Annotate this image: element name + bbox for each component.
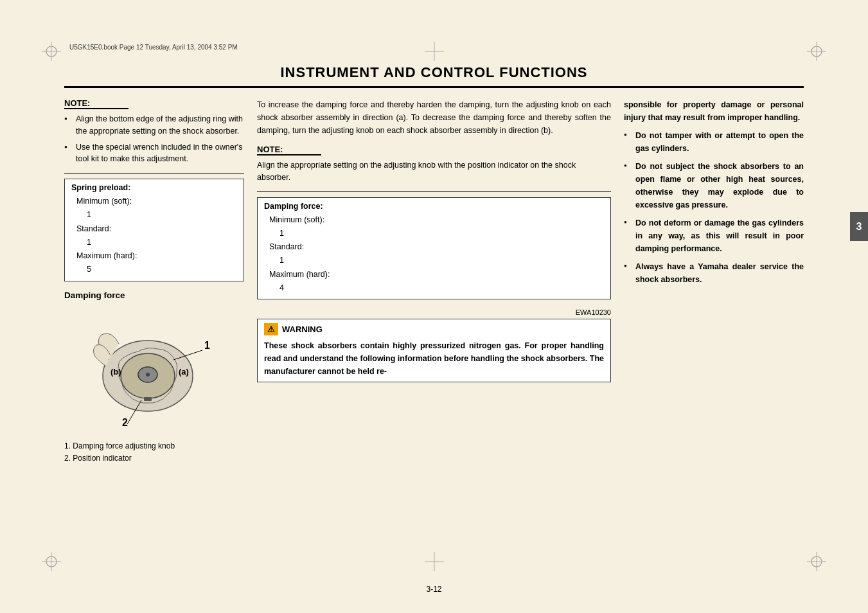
svg-text:(a): (a) [179,367,189,377]
right-bullet-4: Always have a Yamaha dealer service the … [624,260,804,286]
body-text-1: To increase the damping force and thereb… [257,98,611,137]
right-bullets: Do not tamper with or attempt to open th… [624,129,804,286]
chapter-tab: 3 [850,212,868,241]
warning-text: These shock absorbers contain highly pre… [264,339,604,378]
note-section-left: NOTE: Align the bottom edge of the adjus… [64,98,244,165]
spring-preload-content: Minimum (soft): 1 Standard: 1 Maximum (h… [71,195,237,277]
warning-icon: ⚠ [264,323,278,335]
corner-mark-bl [39,549,64,574]
right-bullet-1: Do not tamper with or attempt to open th… [624,129,804,155]
note-text-mid: Align the appropriate setting on the adj… [257,159,611,184]
damp-min-label: Minimum (soft): [269,213,604,227]
page-container: U5GK15E0.book Page 12 Tuesday, April 13,… [0,0,868,613]
corner-mark-tl [39,39,64,64]
spring-std-label: Standard: [76,222,237,236]
divider-1 [64,173,244,173]
svg-text:2: 2 [122,417,128,428]
note-content-left: Align the bottom edge of the adjusting r… [64,113,244,165]
corner-mark-tm [421,39,447,64]
main-content: INSTRUMENT AND CONTROL FUNCTIONS NOTE: A… [64,64,804,562]
damp-std-label: Standard: [269,240,604,254]
warning-header: ⚠ WARNING [264,323,604,335]
continued-text: sponsible for property damage or persona… [624,98,804,124]
damping-section-title: Damping force [64,290,244,300]
damping-force-box: Damping force: Minimum (soft): 1 Standar… [257,197,611,300]
damp-max-value: 4 [269,281,604,295]
warning-box: ⚠ WARNING These shock absorbers contain … [257,319,611,382]
page-number: 3-12 [426,585,441,594]
col-left: NOTE: Align the bottom edge of the adjus… [64,98,244,465]
svg-rect-26 [144,397,152,401]
damp-min-value: 1 [269,227,604,240]
damping-force-content: Minimum (soft): 1 Standard: 1 Maximum (h… [264,213,604,296]
right-bullet-3: Do not deform or damage the gas cylinder… [624,217,804,255]
corner-mark-tr [804,39,829,64]
warning-label: WARNING [282,324,323,334]
svg-text:1: 1 [204,340,210,351]
damp-max-label: Maximum (hard): [269,268,604,281]
spring-min-label: Minimum (soft): [76,195,237,208]
right-bullet-2: Do not subject the shock absorbers to an… [624,160,804,211]
corner-mark-br [804,549,829,574]
right-text: sponsible for property damage or persona… [624,98,804,286]
book-info: U5GK15E0.book Page 12 Tuesday, April 13,… [69,44,238,51]
divider-mid [257,191,611,192]
note-label-left: NOTE: [64,98,128,109]
spring-max-value: 5 [76,263,237,276]
caption-2: 2. Position indicator [64,452,244,465]
note-bullet-2: Use the special wrench included in the o… [64,141,244,166]
spring-min-value: 1 [76,208,237,222]
diagram-captions: 1. Damping force adjusting knob 2. Posit… [64,440,244,465]
spring-std-value: 1 [76,236,237,249]
spring-preload-box: Spring preload: Minimum (soft): 1 Standa… [64,179,244,281]
ewa-code: EWA10230 [257,308,611,316]
col-mid: To increase the damping force and thereb… [257,98,611,389]
page-title: INSTRUMENT AND CONTROL FUNCTIONS [64,64,804,88]
note-label-mid: NOTE: [257,145,321,155]
note-bullet-1: Align the bottom edge of the adjusting r… [64,113,244,138]
damping-diagram: 1 2 (a) (b) [64,305,231,434]
svg-text:(b): (b) [111,367,121,377]
caption-1: 1. Damping force adjusting knob [64,440,244,452]
note-section-mid: NOTE: Align the appropriate setting on t… [257,145,611,184]
damping-force-title: Damping force: [264,202,604,211]
spring-max-label: Maximum (hard): [76,249,237,263]
svg-point-19 [146,373,150,377]
col-right: sponsible for property damage or persona… [624,98,804,291]
damp-std-value: 1 [269,254,604,267]
columns: NOTE: Align the bottom edge of the adjus… [64,98,804,465]
spring-preload-title: Spring preload: [71,183,237,192]
